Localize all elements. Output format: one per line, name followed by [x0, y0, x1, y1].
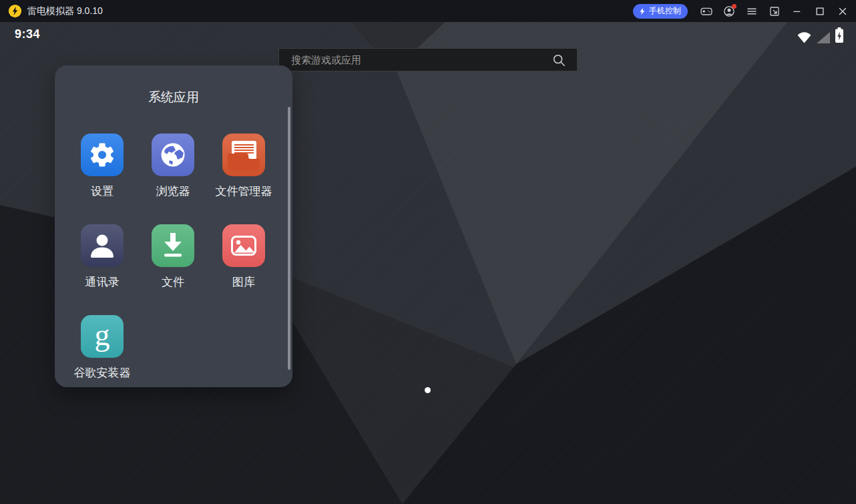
status-time: 9:34 — [15, 27, 40, 41]
app-contacts[interactable]: 通讯录 — [67, 224, 138, 315]
search-icon[interactable] — [552, 53, 566, 67]
titlebar: 雷电模拟器 9.0.10 手机控制 — [0, 0, 856, 22]
app-label: 通讯录 — [85, 276, 120, 289]
phone-control-button[interactable]: 手机控制 — [633, 4, 688, 19]
globe-icon — [152, 134, 194, 176]
app-gallery[interactable]: 图库 — [208, 224, 279, 315]
app-grid: 设置 浏览器 — [67, 134, 292, 406]
menu-icon[interactable] — [742, 2, 761, 21]
system-apps-folder: 系统应用 设置 — [55, 65, 292, 387]
app-label: 文件管理器 — [216, 185, 272, 198]
gear-icon — [81, 134, 124, 176]
app-settings[interactable]: 设置 — [67, 134, 138, 224]
app-label: 设置 — [91, 185, 114, 198]
titlebar-controls: 手机控制 — [633, 0, 852, 22]
wifi-icon — [797, 30, 812, 43]
app-file-manager[interactable]: 文件管理器 — [208, 134, 279, 224]
emulator-window: 雷电模拟器 9.0.10 手机控制 — [0, 0, 856, 504]
ldplayer-logo-icon — [8, 4, 22, 18]
page-indicator-dot — [425, 387, 431, 393]
app-label: 谷歌安装器 — [74, 366, 131, 380]
signal-icon — [817, 32, 830, 43]
download-icon — [152, 224, 194, 267]
folder-title: 系统应用 — [55, 65, 292, 105]
app-browser[interactable]: 浏览器 — [138, 134, 208, 224]
android-screen: 9:34 系统应 — [0, 22, 856, 504]
person-icon — [81, 224, 124, 267]
minimize-icon[interactable] — [788, 2, 807, 21]
app-label: 文件 — [162, 276, 184, 289]
app-files[interactable]: 文件 — [138, 224, 208, 315]
window-title: 雷电模拟器 9.0.10 — [27, 0, 103, 22]
search-bar — [278, 48, 578, 71]
lightning-icon — [638, 7, 646, 15]
gamepad-icon[interactable] — [697, 2, 716, 21]
app-label: 浏览器 — [156, 185, 190, 198]
search-input[interactable] — [279, 54, 552, 65]
image-icon — [222, 224, 265, 267]
maximize-icon[interactable] — [811, 2, 829, 21]
folder-scrollbar[interactable] — [288, 107, 290, 370]
notification-badge — [732, 4, 736, 9]
phone-control-label: 手机控制 — [649, 5, 681, 17]
resize-icon[interactable] — [765, 2, 784, 21]
app-label: 图库 — [232, 276, 255, 289]
letter-g-icon: g — [81, 315, 124, 358]
folder-doc-icon — [222, 134, 265, 176]
app-google-installer[interactable]: g 谷歌安装器 — [67, 315, 138, 406]
close-icon[interactable] — [833, 2, 852, 21]
status-icons — [797, 26, 844, 43]
account-icon[interactable] — [720, 2, 738, 21]
battery-charging-icon — [835, 27, 844, 43]
